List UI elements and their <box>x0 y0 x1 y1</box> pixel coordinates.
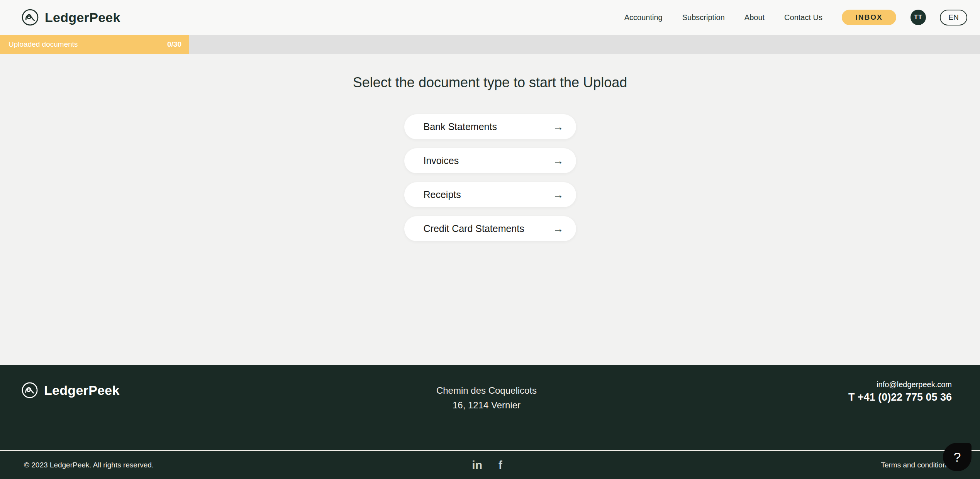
main-nav: Accounting Subscription About Contact Us <box>624 13 822 22</box>
facebook-icon[interactable]: f <box>498 459 502 472</box>
option-invoices[interactable]: Invoices → <box>404 148 576 173</box>
page-title: Select the document type to start the Up… <box>0 54 980 90</box>
option-label: Invoices <box>424 155 459 166</box>
footer-left: LedgerPeek <box>21 380 436 399</box>
footer-contact: info@ledgerpeek.com T +41 (0)22 775 05 3… <box>537 380 952 403</box>
social-links: in f <box>472 459 502 472</box>
brand-name: LedgerPeek <box>45 10 120 25</box>
language-selector[interactable]: EN <box>940 10 967 25</box>
bottom-bar: © 2023 LedgerPeek. All rights reserved. … <box>0 450 980 479</box>
terms-link[interactable]: Terms and conditions <box>502 461 950 469</box>
nav-link-about[interactable]: About <box>744 13 765 22</box>
page: LedgerPeek Accounting Subscription About… <box>0 0 980 479</box>
copyright-text: © 2023 LedgerPeek. All rights reserved. <box>24 461 472 469</box>
arrow-right-icon: → <box>553 223 564 234</box>
arrow-right-icon: → <box>553 122 564 132</box>
avatar[interactable]: TT <box>910 10 926 25</box>
nav-link-subscription[interactable]: Subscription <box>682 13 725 22</box>
address-line-1: Chemin des Coquelicots <box>436 383 537 398</box>
option-label: Credit Card Statements <box>424 223 524 234</box>
inbox-button[interactable]: INBOX <box>842 10 896 25</box>
document-type-options: Bank Statements → Invoices → Receipts → … <box>0 114 980 241</box>
footer-brand-name: LedgerPeek <box>44 383 120 398</box>
arrow-right-icon: → <box>553 156 564 166</box>
help-button[interactable]: ? <box>943 443 972 471</box>
footer-address: Chemin des Coquelicots 16, 1214 Vernier <box>436 383 537 413</box>
ledgerpeek-logo-icon <box>21 8 39 26</box>
question-mark-icon: ? <box>954 450 961 465</box>
option-bank-statements[interactable]: Bank Statements → <box>404 114 576 139</box>
top-bar: LedgerPeek Accounting Subscription About… <box>0 0 980 35</box>
option-receipts[interactable]: Receipts → <box>404 182 576 207</box>
linkedin-icon[interactable]: in <box>472 459 482 472</box>
ledgerpeek-logo-icon <box>21 382 38 399</box>
address-line-2: 16, 1214 Vernier <box>436 398 537 413</box>
footer-phone[interactable]: T +41 (0)22 775 05 36 <box>537 391 952 403</box>
footer-brand-logo: LedgerPeek <box>21 382 120 399</box>
upload-progress-bar: Uploaded documents 0/30 <box>0 35 980 54</box>
option-label: Receipts <box>424 189 461 200</box>
nav-link-contact-us[interactable]: Contact Us <box>784 13 822 22</box>
upload-progress-label: Uploaded documents <box>8 40 78 49</box>
upload-progress-count: 0/30 <box>167 40 181 49</box>
main-content: Select the document type to start the Up… <box>0 54 980 365</box>
footer: LedgerPeek Chemin des Coquelicots 16, 12… <box>0 365 980 450</box>
arrow-right-icon: → <box>553 190 564 200</box>
upload-progress-fill: Uploaded documents 0/30 <box>0 35 189 54</box>
option-credit-card-statements[interactable]: Credit Card Statements → <box>404 216 576 241</box>
option-label: Bank Statements <box>424 121 497 132</box>
footer-email[interactable]: info@ledgerpeek.com <box>537 380 952 389</box>
nav-link-accounting[interactable]: Accounting <box>624 13 663 22</box>
brand-logo[interactable]: LedgerPeek <box>21 8 120 26</box>
